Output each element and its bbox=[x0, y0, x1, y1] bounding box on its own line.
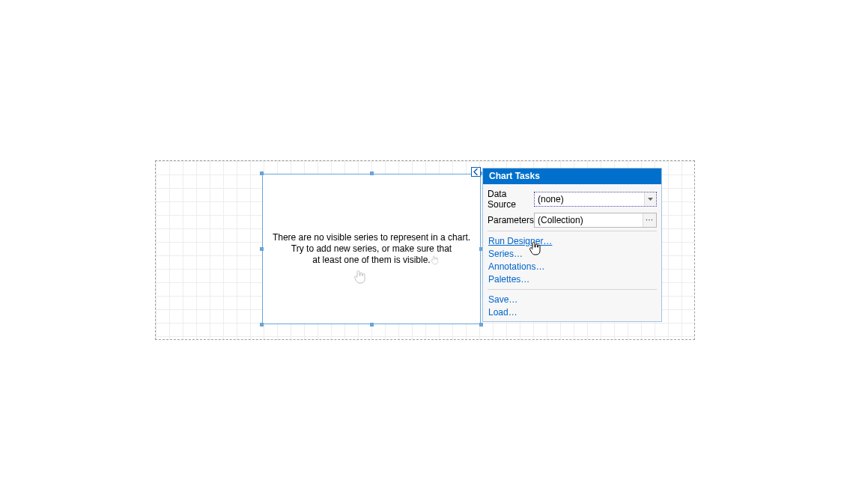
prop-value-datasource[interactable]: (none) bbox=[534, 192, 657, 207]
chart-empty-line3: at least one of them is visible. bbox=[312, 255, 430, 265]
resize-handle-nw[interactable] bbox=[260, 171, 264, 175]
action-run-designer[interactable]: Run Designer… bbox=[488, 235, 657, 248]
action-palettes[interactable]: Palettes… bbox=[488, 273, 657, 286]
prop-value-parameters[interactable]: (Collection) ··· bbox=[534, 213, 657, 228]
resize-handle-se[interactable] bbox=[479, 323, 483, 327]
separator bbox=[488, 231, 657, 231]
resize-handle-s[interactable] bbox=[370, 323, 374, 327]
chart-tasks-body: Data Source (none) Parameters (Collectio… bbox=[483, 184, 661, 321]
resize-handle-sw[interactable] bbox=[260, 323, 264, 327]
chart-empty-line2: Try to add new series, or make sure that bbox=[291, 243, 452, 254]
chevron-down-icon bbox=[648, 198, 653, 201]
prop-text-parameters: (Collection) bbox=[535, 215, 643, 225]
resize-handle-w[interactable] bbox=[260, 247, 264, 251]
chart-control[interactable]: There are no visible series to represent… bbox=[262, 174, 481, 324]
action-save[interactable]: Save… bbox=[488, 294, 657, 306]
chart-empty-line1: There are no visible series to represent… bbox=[273, 232, 470, 243]
chart-tasks-title: Chart Tasks bbox=[483, 168, 661, 184]
resize-handle-n[interactable] bbox=[370, 171, 374, 175]
prop-label-parameters: Parameters bbox=[488, 215, 534, 225]
prop-row-datasource: Data Source (none) bbox=[488, 189, 657, 210]
prop-label-datasource: Data Source bbox=[488, 189, 534, 210]
chevron-left-icon bbox=[473, 168, 479, 175]
prop-text-datasource: (none) bbox=[535, 194, 644, 204]
prop-row-parameters: Parameters (Collection) ··· bbox=[488, 213, 657, 228]
separator bbox=[488, 289, 657, 290]
action-load[interactable]: Load… bbox=[488, 306, 657, 319]
chart-empty-message: There are no visible series to represent… bbox=[273, 232, 470, 266]
action-series[interactable]: Series… bbox=[488, 248, 657, 261]
chart-tasks-popup: Chart Tasks Data Source (none) Parameter… bbox=[482, 168, 662, 322]
parameters-ellipsis-button[interactable]: ··· bbox=[643, 213, 656, 227]
datasource-dropdown-button[interactable] bbox=[644, 192, 656, 206]
action-annotations[interactable]: Annotations… bbox=[488, 261, 657, 273]
smart-tag-glyph[interactable] bbox=[471, 167, 481, 177]
